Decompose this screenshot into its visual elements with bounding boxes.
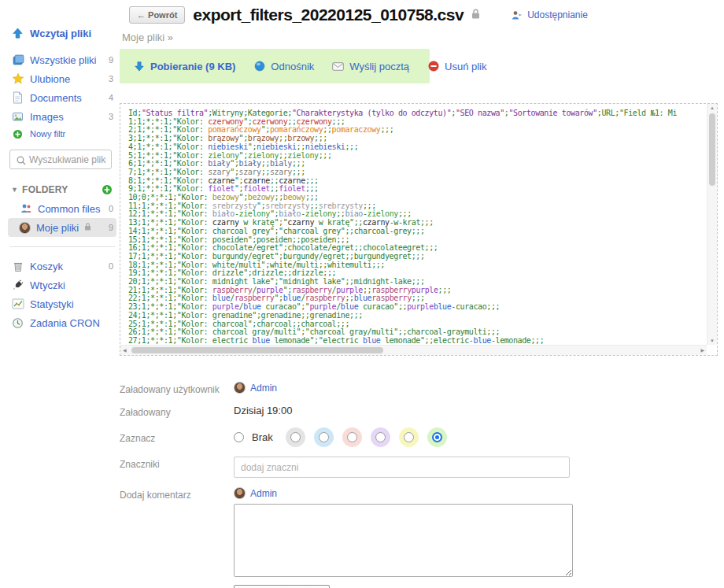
sidebar-item-all-files[interactable]: Wszystkie pliki 9 xyxy=(8,50,116,69)
sidebar-item-label: Statystyki xyxy=(30,298,74,310)
download-button[interactable]: Pobieranie (9 KB) xyxy=(132,60,235,73)
breadcrumb[interactable]: Moje pliki » xyxy=(122,31,173,43)
lock-icon xyxy=(471,8,480,22)
images-icon xyxy=(11,110,24,124)
mark-color-radio[interactable] xyxy=(371,427,390,447)
mark-none-label: Brak xyxy=(252,431,273,443)
sidebar-item-upload[interactable]: Wczytaj pliki xyxy=(8,24,116,43)
scroll-left-icon[interactable]: ◀ xyxy=(123,348,127,353)
sidebar-item-label: Wtyczki xyxy=(30,279,65,291)
download-label: Pobieranie (9 KB) xyxy=(150,61,235,72)
mark-color-radio[interactable] xyxy=(342,427,362,447)
item-count: 3 xyxy=(109,74,113,83)
link-label: Odnośnik xyxy=(271,61,314,72)
mark-color-radio[interactable] xyxy=(314,427,334,447)
chevron-down-icon[interactable]: ▼ xyxy=(11,186,18,194)
share-link-label: Udostępnianie xyxy=(527,9,588,20)
share-link[interactable]: Udostępnianie xyxy=(510,9,588,22)
vertical-scrollbar-thumb[interactable] xyxy=(709,113,715,186)
mark-color-radio[interactable] xyxy=(286,427,305,447)
scroll-right-icon[interactable]: ▶ xyxy=(700,348,704,353)
avatar xyxy=(19,222,31,234)
upload-icon xyxy=(11,27,24,40)
tags-row: Znaczniki xyxy=(120,457,592,478)
sidebar-folder-common-files[interactable]: Common files 0 xyxy=(8,199,116,218)
mark-none-radio[interactable] xyxy=(234,432,244,442)
sidebar-item-label: Zadania CRON xyxy=(30,317,100,329)
send-mail-button[interactable]: Wyślij pocztą xyxy=(331,60,409,73)
trash-icon xyxy=(11,260,24,273)
file-toolbar: Pobieranie (9 KB) Odnośnik Wyślij pocztą… xyxy=(120,49,430,83)
document-icon xyxy=(11,91,24,105)
app-window: Wczytaj pliki Wszystkie pliki 9 Ulubione… xyxy=(0,0,724,588)
folders-header: ▼ FOLDERY xyxy=(8,180,116,199)
delete-icon xyxy=(427,60,440,73)
comment-label: Dodaj komentarz xyxy=(120,487,234,501)
lock-icon xyxy=(84,223,91,232)
sidebar-item-label: Nowy filtr xyxy=(30,129,65,139)
delete-label: Usuń plik xyxy=(445,61,486,72)
mail-icon xyxy=(331,60,345,73)
sidebar-item-new-filter[interactable]: Nowy filtr xyxy=(8,126,116,142)
sidebar-folder-my-files[interactable]: Moje pliki 9 xyxy=(8,218,116,237)
sidebar-item-trash[interactable]: Koszyk 0 xyxy=(8,257,116,276)
uploaded-value: Dzisiaj 19:00 xyxy=(234,405,292,416)
add-folder-button[interactable] xyxy=(100,183,113,197)
mark-radio-circle xyxy=(375,432,386,442)
sidebar-item-cron-tasks[interactable]: Zadania CRON xyxy=(8,313,116,332)
horizontal-scrollbar-thumb[interactable] xyxy=(131,347,383,353)
sidebar-item-label: Wczytaj pliki xyxy=(30,28,91,39)
file-details-form: Załadowany użytkownik Admin Załadowany D… xyxy=(120,382,592,588)
globe-icon xyxy=(253,60,266,73)
tags-input[interactable] xyxy=(234,457,570,478)
share-icon xyxy=(510,9,523,22)
clock-icon xyxy=(11,316,24,330)
sidebar-item-label: Documents xyxy=(30,92,82,104)
sidebar-item-statistics[interactable]: Statystyki xyxy=(8,294,116,313)
item-count: 0 xyxy=(109,204,113,213)
stats-icon xyxy=(11,298,24,311)
item-count: 9 xyxy=(109,55,113,65)
uploaded-label: Załadowany xyxy=(120,405,234,418)
link-button[interactable]: Odnośnik xyxy=(253,60,314,73)
comment-user-link[interactable]: Admin xyxy=(250,488,277,499)
tags-label: Znaczniki xyxy=(120,457,234,470)
sidebar: Wczytaj pliki Wszystkie pliki 9 Ulubione… xyxy=(8,24,116,332)
sidebar-item-images[interactable]: Images 3 xyxy=(8,107,116,126)
mark-radio-circle xyxy=(290,432,301,442)
delete-file-button[interactable]: Usuń plik xyxy=(427,60,486,73)
mark-color-radio[interactable] xyxy=(399,427,419,447)
uploader-row: Załadowany użytkownik Admin xyxy=(120,382,592,395)
uploader-user-link[interactable]: Admin xyxy=(250,383,277,394)
avatar xyxy=(234,382,246,394)
uploader-label: Załadowany użytkownik xyxy=(120,382,234,395)
comment-row: Dodaj komentarz Admin Dodaj komentarz Ct… xyxy=(120,487,592,588)
sidebar-item-plugins[interactable]: Wtyczki xyxy=(8,276,116,294)
sidebar-item-label: Koszyk xyxy=(30,261,63,272)
mark-color-options xyxy=(286,427,447,447)
scroll-down-icon[interactable]: ▼ xyxy=(710,338,715,343)
add-comment-button[interactable]: Dodaj komentarz xyxy=(234,585,330,588)
sidebar-item-favorites[interactable]: Ulubione 3 xyxy=(8,69,116,88)
item-count: 3 xyxy=(109,112,113,121)
vertical-scrollbar[interactable]: ▲ ▼ xyxy=(707,104,717,345)
item-count: 4 xyxy=(109,93,113,102)
sidebar-item-label: Moje pliki xyxy=(36,222,79,234)
mark-radio-circle xyxy=(347,432,357,442)
users-icon xyxy=(19,202,32,216)
back-button[interactable]: ← Powrót xyxy=(129,6,185,24)
mark-radio-circle xyxy=(404,432,414,442)
sidebar-item-documents[interactable]: Documents 4 xyxy=(8,88,116,107)
comment-textarea[interactable] xyxy=(234,504,573,577)
scroll-up-icon[interactable]: ▲ xyxy=(710,105,715,110)
sidebar-item-label: Wszystkie pliki xyxy=(30,54,97,66)
horizontal-scrollbar[interactable]: ◀ ▶ xyxy=(120,345,707,355)
download-icon xyxy=(132,60,146,73)
folders-header-label: FOLDERY xyxy=(22,184,68,195)
all-files-icon xyxy=(11,54,24,67)
mark-color-radio[interactable] xyxy=(427,427,447,447)
item-count: 9 xyxy=(109,223,113,232)
avatar xyxy=(234,487,246,499)
file-preview-code: Id;"Status filtra";Witryny;Kategorie;"Ch… xyxy=(120,104,707,345)
file-preview-panel: Id;"Status filtra";Witryny;Kategorie;"Ch… xyxy=(120,103,718,356)
